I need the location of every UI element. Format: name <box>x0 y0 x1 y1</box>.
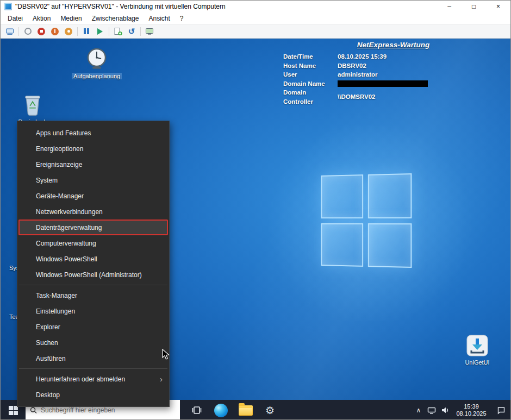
pause-icon[interactable] <box>82 27 91 36</box>
toolbar-separator <box>109 27 109 36</box>
menu-datei[interactable]: Datei <box>3 14 28 23</box>
checkpoint-icon[interactable] <box>113 27 123 36</box>
menu-aktion[interactable]: Aktion <box>28 14 55 23</box>
turn-off-icon[interactable] <box>36 27 46 36</box>
windows-logo-icon <box>9 406 18 415</box>
chevron-right-icon: › <box>160 374 163 384</box>
toolbar: ↺ <box>1 24 510 39</box>
menu-separator <box>19 368 167 369</box>
bginfo-row: Date/Time 08.10.2025 15:39 <box>283 52 428 61</box>
start-vm-icon[interactable] <box>23 27 33 36</box>
action-center-button[interactable] <box>491 406 511 415</box>
tray-clock[interactable]: 15:39 08.10.2025 <box>452 403 491 417</box>
settings-button[interactable]: ⚙ <box>258 400 282 420</box>
titlebar: "DBSRV02" auf "HYPERVSRV01" - Verbindung… <box>1 1 510 12</box>
menu-item-task-manager[interactable]: Task-Manager <box>18 287 168 303</box>
desktop-icon-aufgabenplanung[interactable]: Aufgabenplanung <box>74 46 120 79</box>
system-tray: ∧ 15:39 08.10.2025 <box>413 400 511 420</box>
toolbar-separator <box>18 27 19 36</box>
menu-hilfe[interactable]: ? <box>175 14 189 23</box>
network-icon[interactable] <box>425 406 438 415</box>
task-scheduler-clock-icon <box>84 46 109 71</box>
bginfo-row: User administrator <box>283 70 428 79</box>
desktop-icon-unigetui[interactable]: UniGetUI <box>454 334 500 366</box>
menu-medien[interactable]: Medien <box>55 14 86 23</box>
minimize-button[interactable]: – <box>437 1 462 12</box>
desktop-icon-papierkorb[interactable]: Papierkorb <box>10 92 55 125</box>
maximize-button[interactable]: □ <box>462 1 486 12</box>
menubar: Datei Aktion Medien Zwischenablage Ansic… <box>1 12 510 24</box>
edge-icon <box>214 404 228 417</box>
hyperv-app-icon <box>4 3 12 10</box>
enhanced-session-icon[interactable] <box>145 27 154 36</box>
unigetui-icon <box>465 334 489 358</box>
bginfo-row: Host Name DBSRV02 <box>283 61 428 71</box>
bginfo-row: Domain Controller \\DOMSRV02 <box>283 88 428 106</box>
menu-item-suchen[interactable]: Suchen <box>18 335 168 350</box>
file-explorer-button[interactable] <box>233 400 258 420</box>
tray-chevron-up-icon[interactable]: ∧ <box>413 406 425 414</box>
shutdown-icon[interactable] <box>50 27 60 36</box>
menu-item-windows-powershell-admin[interactable]: Windows PowerShell (Administrator) <box>18 267 168 283</box>
menu-item-herunterfahren-oder-abmelden[interactable]: Herunterfahren oder abmelden › <box>18 371 168 387</box>
search-input[interactable] <box>41 406 176 414</box>
windows-logo-wallpaper <box>321 173 412 268</box>
mouse-cursor <box>162 349 170 360</box>
menu-item-ausfuehren[interactable]: Ausführen <box>18 350 168 366</box>
menu-item-computerverwaltung[interactable]: Computerverwaltung <box>18 235 168 251</box>
toolbar-separator <box>77 27 78 36</box>
edge-button[interactable] <box>209 400 233 420</box>
clock-time: 15:39 <box>452 403 491 410</box>
menu-ansicht[interactable]: Ansicht <box>144 14 175 23</box>
menu-item-datentraegerverwaltung[interactable]: Datenträgerverwaltung <box>18 220 168 235</box>
task-view-icon <box>192 406 202 415</box>
vmconnect-window: "DBSRV02" auf "HYPERVSRV01" - Verbindung… <box>0 0 511 420</box>
icon-label: UniGetUI <box>465 359 489 366</box>
file-explorer-icon <box>239 405 253 416</box>
ctrl-alt-del-icon[interactable] <box>5 27 15 36</box>
window-title: "DBSRV02" auf "HYPERVSRV01" - Verbindung… <box>15 3 226 10</box>
volume-icon[interactable] <box>438 406 452 415</box>
menu-item-ereignisanzeige[interactable]: Ereignisanzeige <box>18 156 168 172</box>
action-center-icon <box>497 406 506 415</box>
toolbar-separator <box>140 27 141 36</box>
menu-separator <box>19 285 167 285</box>
revert-icon[interactable]: ↺ <box>127 27 136 36</box>
menu-item-system[interactable]: System <box>18 172 168 188</box>
menu-item-windows-powershell[interactable]: Windows PowerShell <box>18 251 168 267</box>
close-button[interactable]: × <box>486 1 510 12</box>
menu-item-energieoptionen[interactable]: Energieoptionen <box>18 141 168 156</box>
menu-zwischenablage[interactable]: Zwischenablage <box>87 14 144 23</box>
menu-item-explorer[interactable]: Explorer <box>18 319 168 335</box>
menu-item-desktop[interactable]: Desktop <box>18 387 168 403</box>
gear-icon: ⚙ <box>265 405 275 416</box>
redaction-bar <box>338 80 428 87</box>
bginfo-title: NetExpress-Wartung <box>338 41 449 49</box>
recycle-bin-icon <box>20 92 45 117</box>
menu-item-netzwerkverbindungen[interactable]: Netzwerkverbindungen <box>18 204 168 220</box>
winx-context-menu: Apps und Features Energieoptionen Ereign… <box>17 121 170 407</box>
menu-item-geraete-manager[interactable]: Geräte-Manager <box>18 188 168 204</box>
task-view-button[interactable] <box>184 400 209 420</box>
menu-item-einstellungen[interactable]: Einstellungen <box>18 303 168 319</box>
menu-item-apps-und-features[interactable]: Apps und Features <box>18 125 168 141</box>
icon-label: Aufgabenplanung <box>72 73 122 79</box>
bginfo-block: Date/Time 08.10.2025 15:39 Host Name DBS… <box>283 52 428 106</box>
search-icon <box>30 406 37 414</box>
clock-date: 08.10.2025 <box>452 410 491 417</box>
resume-icon[interactable] <box>95 27 105 36</box>
save-state-icon[interactable] <box>64 27 73 36</box>
bginfo-row-redacted: Domain Name <box>283 79 428 89</box>
